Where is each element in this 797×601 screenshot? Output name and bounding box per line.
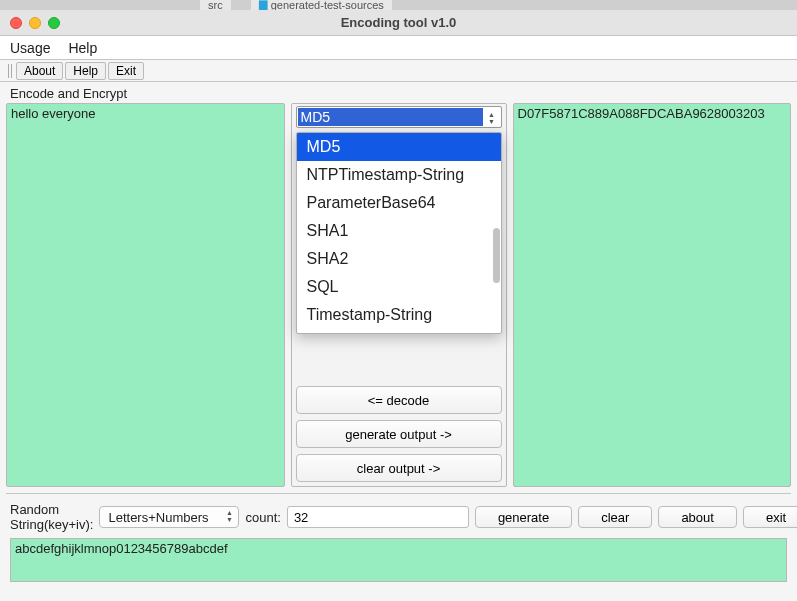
decode-button[interactable]: <= decode — [296, 386, 502, 414]
toolbar-handle — [8, 64, 12, 78]
help-button[interactable]: Help — [65, 62, 106, 80]
clear-output-button[interactable]: clear output -> — [296, 454, 502, 482]
input-textarea[interactable]: hello everyone — [6, 103, 285, 487]
generate-output-button[interactable]: generate output -> — [296, 420, 502, 448]
random-output-textarea[interactable]: abcdefghijklmnop0123456789abcdef — [10, 538, 787, 582]
background-tabs: src ▇generated-test-sources — [0, 0, 797, 10]
random-string-section: Random String(key+iv): Letters+Numbers ▲… — [6, 493, 791, 582]
menu-help[interactable]: Help — [68, 40, 97, 56]
algorithm-combo[interactable]: MD5 ▲▼ MD5 NTPTimestamp-String Parameter… — [296, 106, 502, 130]
stepper-arrows-icon: ▲▼ — [223, 509, 235, 523]
random-generate-button[interactable]: generate — [475, 506, 572, 528]
toolbar: About Help Exit — [0, 60, 797, 82]
dropdown-scrollbar[interactable] — [493, 228, 500, 283]
controls-panel: MD5 ▲▼ MD5 NTPTimestamp-String Parameter… — [291, 103, 507, 487]
about-button[interactable]: About — [16, 62, 63, 80]
folder-icon: ▇ — [259, 0, 267, 11]
random-clear-button[interactable]: clear — [578, 506, 652, 528]
window-title: Encoding tool v1.0 — [0, 15, 797, 30]
algo-option-ntptimestamp[interactable]: NTPTimestamp-String — [297, 161, 501, 189]
random-exit-button[interactable]: exit — [743, 506, 797, 528]
exit-button[interactable]: Exit — [108, 62, 144, 80]
count-label: count: — [245, 510, 280, 525]
bg-tab-2-label: generated-test-sources — [271, 0, 384, 11]
algo-option-sha2[interactable]: SHA2 — [297, 245, 501, 273]
count-input[interactable] — [287, 506, 469, 528]
output-textarea[interactable]: D07F5871C889A088FDCABA9628003203 — [513, 103, 792, 487]
algorithm-combo-input[interactable]: MD5 ▲▼ — [296, 106, 502, 128]
algo-option-timestamp[interactable]: Timestamp-String — [297, 301, 501, 329]
titlebar: Encoding tool v1.0 — [0, 10, 797, 36]
random-controls-row: Random String(key+iv): Letters+Numbers ▲… — [6, 502, 791, 538]
algorithm-dropdown: MD5 NTPTimestamp-String ParameterBase64 … — [296, 132, 502, 334]
algo-option-md5[interactable]: MD5 — [297, 133, 501, 161]
menubar: Usage Help — [0, 36, 797, 60]
random-mode-select[interactable]: Letters+Numbers ▲▼ — [99, 506, 239, 528]
random-mode-value: Letters+Numbers — [108, 510, 208, 525]
random-about-button[interactable]: about — [658, 506, 737, 528]
main-content: hello everyone MD5 ▲▼ MD5 NTPTimestamp-S… — [0, 103, 797, 487]
stepper-arrows-icon[interactable]: ▲▼ — [485, 109, 499, 127]
menu-usage[interactable]: Usage — [10, 40, 50, 56]
random-label: Random String(key+iv): — [10, 502, 93, 532]
algo-option-sql[interactable]: SQL — [297, 273, 501, 301]
section-label: Encode and Encrypt — [0, 82, 797, 103]
algorithm-selected: MD5 — [298, 108, 483, 126]
algo-option-parameterbase64[interactable]: ParameterBase64 — [297, 189, 501, 217]
algo-option-sha1[interactable]: SHA1 — [297, 217, 501, 245]
algo-option-url[interactable]: URL — [297, 329, 501, 334]
